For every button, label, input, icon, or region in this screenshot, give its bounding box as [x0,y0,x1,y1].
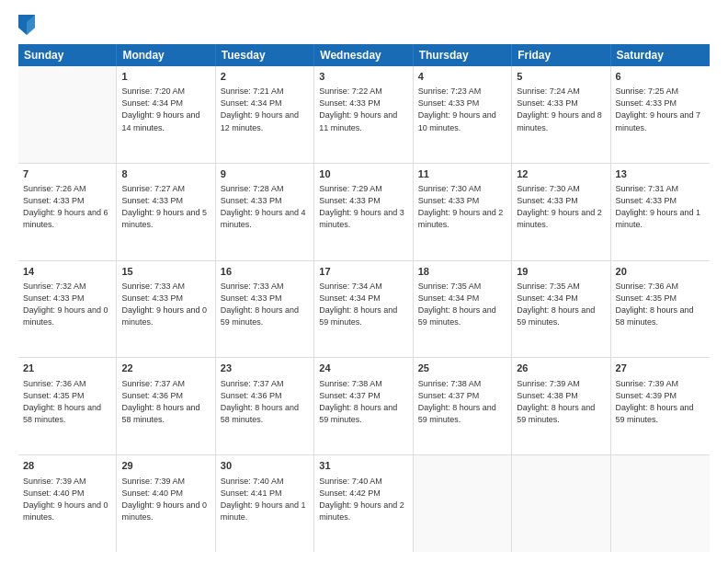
cell-info: Sunrise: 7:28 AMSunset: 4:33 PMDaylight:… [221,183,309,231]
calendar-row: 7Sunrise: 7:26 AMSunset: 4:33 PMDaylight… [18,164,710,261]
calendar-cell: 16Sunrise: 7:33 AMSunset: 4:33 PMDayligh… [216,261,314,358]
cell-info: Sunrise: 7:20 AMSunset: 4:34 PMDaylight:… [121,86,210,133]
day-number: 19 [517,265,605,279]
calendar-cell: 13Sunrise: 7:31 AMSunset: 4:33 PMDayligh… [611,164,710,260]
cell-info: Sunrise: 7:23 AMSunset: 4:33 PMDaylight:… [418,86,506,133]
header [18,15,710,35]
calendar-day-header: Monday [117,44,215,66]
day-number: 31 [319,459,407,473]
calendar-day-header: Sunday [18,44,117,66]
calendar-day-header: Friday [512,44,610,66]
day-number: 6 [616,70,705,84]
day-number: 23 [221,362,309,375]
day-number: 17 [319,265,407,279]
calendar-cell: 2Sunrise: 7:21 AMSunset: 4:34 PMDaylight… [216,66,314,163]
day-number: 20 [616,265,705,279]
cell-info: Sunrise: 7:35 AMSunset: 4:34 PMDaylight:… [517,281,605,328]
calendar-cell: 7Sunrise: 7:26 AMSunset: 4:33 PMDaylight… [18,164,117,260]
cell-info: Sunrise: 7:39 AMSunset: 4:40 PMDaylight:… [23,476,111,523]
calendar-cell: 3Sunrise: 7:22 AMSunset: 4:33 PMDaylight… [314,66,413,163]
calendar-cell: 18Sunrise: 7:35 AMSunset: 4:34 PMDayligh… [414,261,512,358]
cell-info: Sunrise: 7:25 AMSunset: 4:33 PMDaylight:… [616,86,705,133]
day-number: 4 [418,70,506,84]
calendar-cell: 20Sunrise: 7:36 AMSunset: 4:35 PMDayligh… [611,261,710,358]
calendar-cell: 26Sunrise: 7:39 AMSunset: 4:38 PMDayligh… [512,358,610,454]
day-number: 14 [23,265,111,279]
cell-info: Sunrise: 7:34 AMSunset: 4:34 PMDaylight:… [319,281,407,328]
day-number: 7 [23,167,111,181]
calendar-cell: 10Sunrise: 7:29 AMSunset: 4:33 PMDayligh… [314,164,413,260]
cell-info: Sunrise: 7:32 AMSunset: 4:33 PMDaylight:… [23,281,111,328]
day-number: 5 [517,70,605,84]
calendar-cell: 22Sunrise: 7:37 AMSunset: 4:36 PMDayligh… [117,358,215,454]
calendar-cell [414,455,512,552]
day-number: 26 [517,362,605,375]
calendar-cell: 15Sunrise: 7:33 AMSunset: 4:33 PMDayligh… [117,261,215,358]
calendar-cell [512,455,610,552]
calendar-day-header: Tuesday [216,44,314,66]
calendar-cell: 9Sunrise: 7:28 AMSunset: 4:33 PMDaylight… [216,164,314,260]
day-number: 3 [319,70,407,84]
calendar-row: 1Sunrise: 7:20 AMSunset: 4:34 PMDaylight… [18,66,710,164]
calendar-cell: 1Sunrise: 7:20 AMSunset: 4:34 PMDaylight… [117,66,215,163]
cell-info: Sunrise: 7:22 AMSunset: 4:33 PMDaylight:… [319,86,407,133]
day-number: 12 [517,167,605,181]
calendar-cell: 28Sunrise: 7:39 AMSunset: 4:40 PMDayligh… [18,455,117,552]
calendar-day-header: Thursday [414,44,512,66]
cell-info: Sunrise: 7:33 AMSunset: 4:33 PMDaylight:… [221,281,309,328]
calendar-header: SundayMondayTuesdayWednesdayThursdayFrid… [18,44,710,66]
calendar-day-header: Saturday [611,44,710,66]
day-number: 29 [121,459,210,473]
day-number: 18 [418,265,506,279]
cell-info: Sunrise: 7:36 AMSunset: 4:35 PMDaylight:… [616,281,705,328]
logo [18,15,39,35]
calendar-cell [611,455,710,552]
calendar-cell: 31Sunrise: 7:40 AMSunset: 4:42 PMDayligh… [314,455,413,552]
cell-info: Sunrise: 7:37 AMSunset: 4:36 PMDaylight:… [221,378,309,426]
calendar-cell: 21Sunrise: 7:36 AMSunset: 4:35 PMDayligh… [18,358,117,454]
cell-info: Sunrise: 7:39 AMSunset: 4:40 PMDaylight:… [121,476,210,523]
calendar-cell: 5Sunrise: 7:24 AMSunset: 4:33 PMDaylight… [512,66,610,163]
page: SundayMondayTuesdayWednesdayThursdayFrid… [0,0,728,563]
calendar-cell: 14Sunrise: 7:32 AMSunset: 4:33 PMDayligh… [18,261,117,358]
calendar-cell: 25Sunrise: 7:38 AMSunset: 4:37 PMDayligh… [414,358,512,454]
logo-icon [18,15,35,35]
day-number: 9 [221,167,309,181]
cell-info: Sunrise: 7:27 AMSunset: 4:33 PMDaylight:… [121,183,210,231]
day-number: 24 [319,362,407,375]
calendar-cell: 17Sunrise: 7:34 AMSunset: 4:34 PMDayligh… [314,261,413,358]
calendar-row: 14Sunrise: 7:32 AMSunset: 4:33 PMDayligh… [18,261,710,359]
day-number: 25 [418,362,506,375]
calendar-cell: 12Sunrise: 7:30 AMSunset: 4:33 PMDayligh… [512,164,610,260]
cell-info: Sunrise: 7:30 AMSunset: 4:33 PMDaylight:… [418,183,506,231]
day-number: 8 [121,167,210,181]
calendar-cell [18,66,117,163]
calendar: SundayMondayTuesdayWednesdayThursdayFrid… [18,44,710,552]
cell-info: Sunrise: 7:36 AMSunset: 4:35 PMDaylight:… [23,378,111,426]
day-number: 11 [418,167,506,181]
cell-info: Sunrise: 7:26 AMSunset: 4:33 PMDaylight:… [23,183,111,231]
calendar-cell: 6Sunrise: 7:25 AMSunset: 4:33 PMDaylight… [611,66,710,163]
calendar-cell: 30Sunrise: 7:40 AMSunset: 4:41 PMDayligh… [216,455,314,552]
calendar-cell: 11Sunrise: 7:30 AMSunset: 4:33 PMDayligh… [414,164,512,260]
cell-info: Sunrise: 7:39 AMSunset: 4:38 PMDaylight:… [517,378,605,426]
day-number: 28 [23,459,111,473]
cell-info: Sunrise: 7:40 AMSunset: 4:41 PMDaylight:… [221,476,309,523]
day-number: 15 [121,265,210,279]
day-number: 13 [616,167,705,181]
calendar-cell: 8Sunrise: 7:27 AMSunset: 4:33 PMDaylight… [117,164,215,260]
calendar-cell: 19Sunrise: 7:35 AMSunset: 4:34 PMDayligh… [512,261,610,358]
cell-info: Sunrise: 7:24 AMSunset: 4:33 PMDaylight:… [517,86,605,133]
cell-info: Sunrise: 7:30 AMSunset: 4:33 PMDaylight:… [517,183,605,231]
cell-info: Sunrise: 7:40 AMSunset: 4:42 PMDaylight:… [319,476,407,523]
day-number: 22 [121,362,210,375]
calendar-cell: 23Sunrise: 7:37 AMSunset: 4:36 PMDayligh… [216,358,314,454]
calendar-body: 1Sunrise: 7:20 AMSunset: 4:34 PMDaylight… [18,66,710,552]
day-number: 1 [121,70,210,84]
cell-info: Sunrise: 7:21 AMSunset: 4:34 PMDaylight:… [221,86,309,133]
day-number: 21 [23,362,111,375]
day-number: 30 [221,459,309,473]
cell-info: Sunrise: 7:39 AMSunset: 4:39 PMDaylight:… [616,378,705,426]
cell-info: Sunrise: 7:35 AMSunset: 4:34 PMDaylight:… [418,281,506,328]
cell-info: Sunrise: 7:37 AMSunset: 4:36 PMDaylight:… [121,378,210,426]
